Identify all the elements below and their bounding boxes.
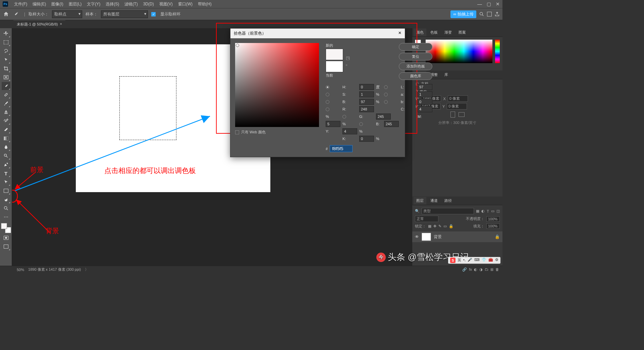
panel-hue-strip[interactable] [495,40,500,63]
reset-button[interactable]: 复位 [399,53,432,60]
lock-artboard-icon[interactable]: ▭ [443,224,447,228]
menu-view[interactable]: 视图(V) [157,1,175,7]
tab-libraries[interactable]: 库 [442,71,451,79]
document-tab[interactable]: 未标题-1 @ 50%(RGB/8) × [13,20,65,28]
radio-b-rgb[interactable] [359,122,363,126]
sample-dropdown[interactable]: 所有图层 [101,10,148,18]
ok-button[interactable]: 确定 [399,43,432,51]
menu-3d[interactable]: 3D(D) [141,2,157,6]
visibility-eye-icon[interactable]: 👁 [415,234,419,239]
input-m[interactable] [326,121,340,127]
group-icon[interactable]: 🗀 [485,267,488,272]
filter-shape-icon[interactable]: ▭ [491,209,494,213]
input-k[interactable] [359,136,374,142]
marquee-tool[interactable] [2,38,10,46]
shape-tool[interactable] [2,187,10,195]
input-r[interactable] [359,106,374,112]
ime-skin-icon[interactable]: 👕 [482,258,486,263]
frame-icon[interactable] [487,12,492,16]
cube-warning-icon[interactable]: ◳ [346,55,350,60]
prop-y[interactable]: 0 像素 [447,103,467,110]
input-b-rgb[interactable] [384,121,399,127]
window-minimize-icon[interactable]: — [477,1,482,7]
history-brush-tool[interactable] [2,117,10,125]
dialog-close-icon[interactable]: ✕ [398,31,401,36]
eraser-tool[interactable] [2,126,10,134]
filter-image-icon[interactable]: ▦ [476,209,479,213]
menu-filter[interactable]: 滤镜(T) [122,1,140,7]
menu-window[interactable]: 窗口(W) [175,1,195,7]
layer-row-background[interactable]: 👁 背景 🔒 [412,231,502,242]
cloud-upload-button[interactable]: ∞ 拍抽上传 [450,10,476,18]
menu-layer[interactable]: 图层(L) [66,1,85,7]
lock-icon[interactable]: 🔒 [449,224,453,228]
tab-layers[interactable]: 图层 [414,197,426,205]
radio-a[interactable] [384,93,388,96]
fx-icon[interactable]: fx [469,267,472,272]
web-warning-icon[interactable]: ▫ [346,62,350,68]
healing-tool[interactable] [2,91,10,99]
doc-dimensions[interactable]: 1890 像素 x 1417 像素 (300 ppi) [28,267,81,272]
saturation-value-field[interactable] [235,43,319,127]
input-b-lab[interactable] [418,99,432,105]
layer-kind-filter[interactable]: 类型 [422,208,474,214]
search-small-icon[interactable]: 🔍 [415,209,420,213]
lock-pixels-icon[interactable]: ✎ [438,224,441,228]
edit-toolbar[interactable]: ⋯ [2,213,10,221]
ime-lang[interactable]: 英 [458,258,461,263]
blend-mode-dropdown[interactable]: 正常 [415,216,438,222]
show-ring-checkbox[interactable]: ✓ [151,12,156,16]
orientation-landscape-icon[interactable] [459,112,465,117]
move-tool[interactable] [2,30,10,38]
tab-gradients[interactable]: 渐变 [442,29,454,36]
brush-tool[interactable] [2,99,10,107]
new-layer-icon[interactable]: ⊞ [490,267,493,272]
color-lib-button[interactable]: 颜色库 [399,72,432,80]
tab-close-icon[interactable]: × [60,22,62,27]
menu-select[interactable]: 选择(S) [103,1,122,7]
filter-type-icon[interactable]: T [487,209,489,213]
quick-select-tool[interactable] [2,56,10,64]
foreground-color[interactable] [1,223,7,229]
frame-tool[interactable]: ✕ [2,73,10,81]
fill-input[interactable]: 100% [486,223,500,229]
link-icon[interactable]: 🔗 [462,267,467,272]
radio-g[interactable] [342,115,346,119]
ime-mic-icon[interactable]: 🎤 [468,258,472,263]
crop-tool[interactable] [2,64,10,73]
radio-h[interactable] [326,85,329,89]
menu-type[interactable]: 文字(Y) [84,1,103,7]
path-select-tool[interactable] [2,178,10,186]
current-color-swatch[interactable] [326,61,343,72]
radio-l[interactable] [384,85,388,89]
screenmode-tool[interactable] [2,243,10,251]
layer-lock-icon[interactable]: 🔒 [495,234,500,239]
radio-r[interactable] [326,107,329,111]
sample-size-dropdown[interactable]: 取样点 [52,10,82,18]
type-tool[interactable]: T [2,169,10,177]
pen-tool[interactable] [2,161,10,169]
gradient-tool[interactable] [2,134,10,142]
eyedropper-tool-icon[interactable] [13,11,21,17]
add-swatch-button[interactable]: 添加到色板 [399,62,432,70]
color-swatches[interactable] [1,223,11,233]
tab-patterns[interactable]: 图案 [456,29,469,36]
filter-smart-icon[interactable]: ◫ [496,209,500,213]
tab-channels[interactable]: 通道 [428,197,440,205]
search-icon[interactable] [479,11,484,17]
input-y[interactable] [342,128,357,134]
zoom-tool[interactable] [2,204,10,212]
blur-tool[interactable] [2,143,10,151]
input-a[interactable] [418,91,432,97]
dodge-tool[interactable] [2,152,10,160]
mask-icon[interactable]: ◐ [474,267,477,272]
input-s[interactable] [359,91,374,97]
input-h[interactable] [359,84,374,90]
trash-icon[interactable]: 🗑 [495,267,499,272]
prop-x[interactable]: 0 像素 [448,95,468,102]
chevron-right-icon[interactable]: 〉 [85,267,89,272]
zoom-level[interactable]: 50% [17,268,24,272]
radio-s[interactable] [326,93,329,96]
ime-keyboard-icon[interactable]: ⌨ [474,258,480,263]
input-g[interactable] [376,114,391,120]
